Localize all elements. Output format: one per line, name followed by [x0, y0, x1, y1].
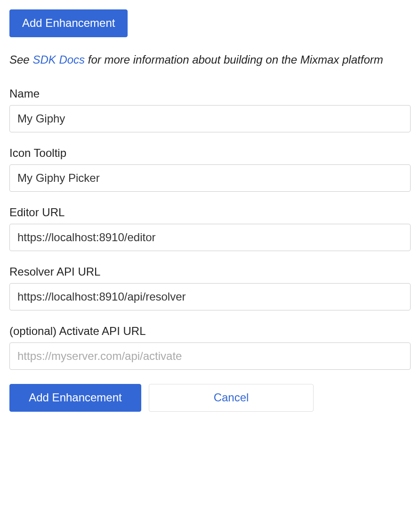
- editor-url-label: Editor URL: [9, 206, 411, 219]
- editor-url-input[interactable]: [9, 224, 411, 251]
- activate-url-label: (optional) Activate API URL: [9, 325, 411, 338]
- add-enhancement-submit-button[interactable]: Add Enhancement: [9, 384, 141, 412]
- activate-url-input[interactable]: [9, 342, 411, 370]
- icon-tooltip-field-group: Icon Tooltip: [9, 147, 411, 192]
- info-prefix: See: [9, 53, 32, 66]
- sdk-docs-link[interactable]: SDK Docs: [32, 53, 85, 66]
- cancel-button[interactable]: Cancel: [149, 384, 314, 412]
- name-label: Name: [9, 87, 411, 100]
- resolver-url-label: Resolver API URL: [9, 265, 411, 278]
- action-button-row: Add Enhancement Cancel: [9, 384, 411, 412]
- info-suffix: for more information about building on t…: [85, 53, 383, 66]
- info-text: See SDK Docs for more information about …: [9, 51, 411, 68]
- add-enhancement-top-button[interactable]: Add Enhancement: [9, 9, 128, 37]
- activate-url-field-group: (optional) Activate API URL: [9, 325, 411, 370]
- name-field-group: Name: [9, 87, 411, 132]
- name-input[interactable]: [9, 105, 411, 132]
- resolver-url-input[interactable]: [9, 283, 411, 310]
- icon-tooltip-input[interactable]: [9, 164, 411, 192]
- icon-tooltip-label: Icon Tooltip: [9, 147, 411, 160]
- resolver-url-field-group: Resolver API URL: [9, 265, 411, 310]
- editor-url-field-group: Editor URL: [9, 206, 411, 251]
